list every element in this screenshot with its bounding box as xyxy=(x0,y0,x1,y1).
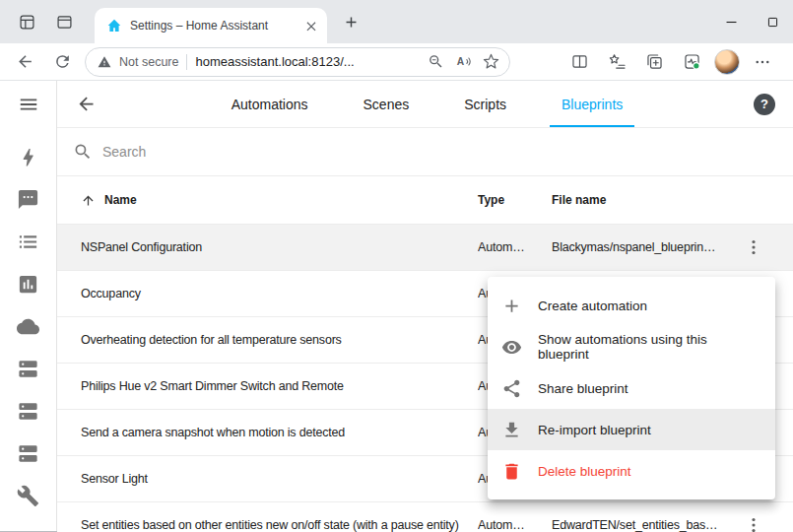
tab-label: Scripts xyxy=(464,97,506,112)
row-menu-button[interactable] xyxy=(734,505,773,532)
tab-label: Scenes xyxy=(363,97,410,112)
browser-essentials-button[interactable] xyxy=(677,47,706,77)
maximize-icon xyxy=(764,14,781,31)
url-text: homeassistant.local:8123/... xyxy=(195,54,354,69)
server-icon xyxy=(17,400,39,423)
menu-item-delete-blueprint[interactable]: Delete blueprint xyxy=(488,450,775,492)
settings-tabs: AutomationsScenesScriptsBlueprints xyxy=(100,81,754,127)
row-name: Overheating detection for all temperatur… xyxy=(81,333,478,347)
row-name: Send a camera snapshot when motion is de… xyxy=(81,426,478,439)
tab-scripts[interactable]: Scripts xyxy=(436,81,534,127)
search-input[interactable] xyxy=(102,144,777,160)
workspaces-button[interactable] xyxy=(12,7,41,36)
browser-essentials-icon xyxy=(683,52,701,71)
tab-close-button[interactable] xyxy=(301,16,321,35)
sidebar-item-1-assist-chat[interactable] xyxy=(17,187,40,211)
row-name: Occupancy xyxy=(81,287,478,300)
menu-item-label: Share blueprint xyxy=(538,381,628,396)
menu-item-label: Show automations using this blueprint xyxy=(538,332,761,362)
wrench-icon xyxy=(17,485,39,507)
profile-avatar[interactable] xyxy=(714,49,740,75)
workspaces-icon xyxy=(18,13,36,32)
bolt-icon xyxy=(17,146,39,168)
row-file-name: EdwardTEN/set_entities_bas… xyxy=(552,518,734,532)
add-favorite-icon xyxy=(483,53,499,70)
cloud-icon xyxy=(17,315,39,338)
tab-label: Blueprints xyxy=(562,97,623,112)
refresh-icon xyxy=(53,52,72,71)
sidebar-item-8-wrench[interactable] xyxy=(17,484,40,507)
tab-title: Settings – Home Assistant xyxy=(130,19,294,33)
sidebar-item-4-cloud[interactable] xyxy=(17,314,40,338)
browser-window: Settings – Home Assistant Not secure hom… xyxy=(0,0,793,532)
share-icon xyxy=(501,378,522,399)
favorites-button[interactable] xyxy=(602,47,631,77)
address-bar[interactable]: Not secure homeassistant.local:8123/... … xyxy=(85,47,510,77)
sidebar-item-3-history-chart[interactable] xyxy=(17,272,40,296)
column-name[interactable]: Name xyxy=(104,193,137,207)
back-icon xyxy=(16,52,34,71)
plus-icon xyxy=(501,296,522,316)
back-button[interactable] xyxy=(8,46,41,78)
tab-automations[interactable]: Automations xyxy=(204,81,336,127)
download-icon xyxy=(501,420,522,440)
search-bar xyxy=(57,128,793,175)
sidebar-item-2-logbook-list[interactable] xyxy=(17,230,40,253)
new-tab-button[interactable] xyxy=(337,8,364,35)
menu-item-create-automation[interactable]: Create automation xyxy=(488,285,775,326)
menu-item-share-blueprint[interactable]: Share blueprint xyxy=(488,367,775,409)
tab-preview-button[interactable] xyxy=(49,7,79,36)
row-context-menu: Create automationShow automations using … xyxy=(488,277,775,499)
tab-scenes[interactable]: Scenes xyxy=(336,81,437,127)
row-name: NSPanel Configuration xyxy=(81,240,478,254)
row-type: Autom… xyxy=(478,518,552,532)
table-row[interactable]: Set entities based on other entities new… xyxy=(57,502,793,532)
server-icon xyxy=(17,442,39,465)
sidebar-item-0-bolt[interactable] xyxy=(17,145,40,168)
sort-ascending-icon[interactable] xyxy=(81,193,96,208)
browser-tab-strip: Settings – Home Assistant xyxy=(0,0,793,43)
add-favorite-button[interactable] xyxy=(478,49,503,75)
history-chart-icon xyxy=(17,273,39,296)
table-row[interactable]: NSPanel ConfigurationAutom…Blackymas/nsp… xyxy=(57,225,793,271)
sidebar-item-7-server[interactable] xyxy=(17,441,40,465)
browser-settings-button[interactable] xyxy=(748,47,777,77)
maximize-button[interactable] xyxy=(752,0,793,43)
favorites-icon xyxy=(608,52,627,71)
zoom-out-button[interactable] xyxy=(423,49,448,75)
app-sidebar xyxy=(0,81,57,531)
row-menu-button[interactable] xyxy=(734,228,773,267)
kebab-icon xyxy=(744,237,763,257)
row-type: Autom… xyxy=(478,240,552,254)
row-name: Sensor Light xyxy=(81,472,478,486)
row-name: Set entities based on other entities new… xyxy=(81,518,478,532)
menu-item-re-import-blueprint[interactable]: Re-import blueprint xyxy=(488,409,775,450)
security-label: Not secure xyxy=(119,55,178,69)
app-back-button[interactable] xyxy=(71,90,100,119)
menu-item-show-automations-using-this-blueprint[interactable]: Show automations using this blueprint xyxy=(488,326,775,367)
minimize-button[interactable] xyxy=(710,0,752,43)
minimize-icon xyxy=(723,14,740,31)
column-file-name[interactable]: File name xyxy=(552,193,734,207)
search-icon xyxy=(73,142,93,162)
help-button[interactable]: ? xyxy=(754,94,775,115)
home-assistant-logo-icon xyxy=(106,18,122,33)
row-file-name: Blackymas/nspanel_blueprin… xyxy=(552,240,734,254)
sidebar-menu-button[interactable] xyxy=(16,92,41,117)
sidebar-item-5-server[interactable] xyxy=(17,357,40,380)
menu-item-label: Delete blueprint xyxy=(538,464,631,479)
tab-label: Automations xyxy=(231,97,308,112)
refresh-button[interactable] xyxy=(45,46,79,78)
split-screen-button[interactable] xyxy=(564,47,594,77)
collections-button[interactable] xyxy=(639,47,669,77)
column-type[interactable]: Type xyxy=(478,193,552,207)
tab-blueprints[interactable]: Blueprints xyxy=(534,81,650,127)
read-aloud-button[interactable]: A xyxy=(450,49,476,75)
sidebar-item-6-server[interactable] xyxy=(17,399,40,423)
browser-tab[interactable]: Settings – Home Assistant xyxy=(95,8,327,43)
menu-item-label: Create automation xyxy=(538,299,647,313)
collections-icon xyxy=(645,52,664,71)
browser-toolbar: Not secure homeassistant.local:8123/... … xyxy=(0,43,793,81)
svg-text:A: A xyxy=(456,56,464,67)
row-name: Philips Hue v2 Smart Dimmer Switch and R… xyxy=(81,379,478,393)
